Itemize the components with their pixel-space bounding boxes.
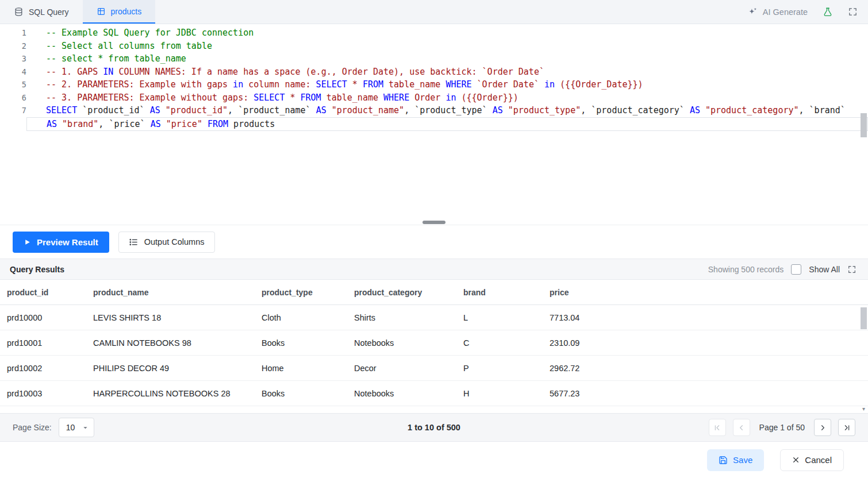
- table-cell: Shirts: [354, 313, 463, 322]
- code-line: 7SELECT `product_id` AS "product_id", `p…: [0, 104, 868, 117]
- code-line: 3-- select * from table_name: [0, 52, 868, 65]
- table-cell: HARPERCOLLINS NOTEBOOKS 28: [93, 389, 262, 398]
- line-number: [0, 117, 26, 132]
- code-lines: 1-- Example SQL Query for JDBC connectio…: [0, 26, 868, 131]
- preview-result-button[interactable]: Preview Result: [13, 232, 109, 253]
- top-tab-bar: SQL Query products AI Genera: [0, 0, 868, 24]
- save-button[interactable]: Save: [707, 449, 764, 471]
- line-number: 3: [0, 52, 26, 65]
- pagination-bar: Page Size: 10 1 to 10 of 500 Page 1 of 5…: [0, 413, 868, 441]
- show-all-checkbox[interactable]: [791, 264, 801, 275]
- play-icon: [24, 238, 31, 246]
- table-cell: L: [463, 313, 550, 322]
- line-number: 5: [0, 78, 26, 91]
- table-cell: Notebooks: [354, 338, 463, 348]
- page-nav-controls: Page 1 of 50: [709, 419, 855, 436]
- code-line: 4-- 1. GAPS IN COLUMN NAMES: If a name h…: [0, 65, 868, 79]
- results-scrollbar-thumb[interactable]: [861, 307, 867, 329]
- table-cell: 7713.04: [550, 313, 868, 322]
- database-icon: [14, 7, 24, 17]
- table-row: prd10000LEVIS SHIRTS 18ClothShirtsL7713.…: [0, 305, 868, 330]
- topbar-actions: AI Generate: [747, 0, 868, 24]
- query-results-header: Query Results Showing 500 records Show A…: [0, 259, 868, 280]
- table-cell: LEVIS SHIRTS 18: [93, 313, 262, 322]
- line-number: 7: [0, 104, 26, 117]
- table-cell: prd10001: [7, 338, 93, 348]
- table-row: prd10001CAMLIN NOTEBOOKS 98BooksNotebook…: [0, 330, 868, 356]
- table-cell: 2310.09: [550, 338, 868, 348]
- code-line: 2-- Select all columns from table: [0, 40, 868, 53]
- splitter-handle[interactable]: [423, 221, 445, 224]
- table-cell: Cloth: [262, 313, 354, 322]
- line-number: 1: [0, 26, 26, 40]
- table-cell: prd10003: [7, 389, 93, 398]
- tab-products[interactable]: products: [83, 0, 156, 24]
- table-cell: Books: [262, 389, 354, 398]
- column-header: product_category: [354, 288, 463, 297]
- column-header: product_name: [93, 288, 262, 297]
- fullscreen-icon[interactable]: [848, 7, 858, 17]
- page-size-label: Page Size:: [13, 423, 52, 432]
- column-header: product_type: [262, 288, 354, 297]
- code-line: 5-- 2. PARAMETERS: Example with gaps in …: [0, 78, 868, 91]
- prev-page-button[interactable]: [733, 419, 750, 436]
- scroll-down-arrow-icon[interactable]: ▾: [861, 406, 867, 412]
- output-columns-label: Output Columns: [144, 237, 205, 246]
- results-header-controls: Showing 500 records Show All: [708, 264, 857, 275]
- show-all-label[interactable]: Show All: [809, 265, 840, 274]
- list-icon: [129, 237, 139, 247]
- cancel-button[interactable]: Cancel: [780, 449, 844, 471]
- ai-generate-button[interactable]: AI Generate: [747, 6, 808, 17]
- sparkle-icon: [747, 6, 758, 17]
- chevron-down-icon: [82, 425, 89, 431]
- page-size-value: 10: [66, 423, 82, 432]
- code-line: 6-- 3. PARAMETERS: Example without gaps:…: [0, 91, 868, 105]
- table-cell: prd10002: [7, 364, 93, 373]
- tab-label: products: [111, 7, 142, 16]
- table-cell: PHILIPS DECOR 49: [93, 364, 262, 373]
- save-icon: [719, 456, 728, 465]
- table-cell: 5677.23: [550, 389, 868, 398]
- close-icon: [792, 456, 800, 464]
- sql-editor[interactable]: 1-- Example SQL Query for JDBC connectio…: [0, 24, 868, 225]
- ai-generate-label: AI Generate: [763, 7, 808, 17]
- table-cell: P: [463, 364, 550, 373]
- table-cell: Books: [262, 338, 354, 348]
- query-results-title: Query Results: [10, 265, 64, 274]
- beaker-icon[interactable]: [823, 7, 833, 17]
- code-line: 1-- Example SQL Query for JDBC connectio…: [0, 26, 868, 40]
- results-header-row: product_idproduct_nameproduct_typeproduc…: [0, 280, 868, 305]
- expand-results-icon[interactable]: [847, 265, 857, 274]
- first-page-button[interactable]: [709, 419, 726, 436]
- table-cell: Notebooks: [354, 389, 463, 398]
- code-line: AS "brand", `price` AS "price" FROM prod…: [0, 117, 868, 132]
- line-number: 6: [0, 91, 26, 105]
- column-header: product_id: [7, 288, 93, 297]
- footer-bar: Save Cancel: [0, 441, 868, 478]
- page-size-control: Page Size: 10: [13, 418, 94, 437]
- cancel-label: Cancel: [805, 455, 832, 465]
- tab-sql-query[interactable]: SQL Query: [0, 0, 83, 24]
- tab-label: SQL Query: [29, 7, 69, 17]
- table-cell: H: [463, 389, 550, 398]
- table-icon: [97, 7, 106, 16]
- results-table: product_idproduct_nameproduct_typeproduc…: [0, 280, 868, 413]
- line-number: 2: [0, 40, 26, 53]
- table-row: prd10002PHILIPS DECOR 49HomeDecorP2962.7…: [0, 356, 868, 381]
- page-info-label: Page 1 of 50: [757, 423, 807, 432]
- editor-actions-row: Preview Result Output Columns: [0, 225, 868, 259]
- table-cell: Decor: [354, 364, 463, 373]
- column-header: brand: [463, 288, 550, 297]
- next-page-button[interactable]: [814, 419, 831, 436]
- table-cell: CAMLIN NOTEBOOKS 98: [93, 338, 262, 348]
- column-header: price: [550, 288, 868, 297]
- output-columns-button[interactable]: Output Columns: [118, 232, 215, 253]
- results-body: prd10000LEVIS SHIRTS 18ClothShirtsL7713.…: [0, 305, 868, 406]
- line-number: 4: [0, 65, 26, 79]
- last-page-button[interactable]: [838, 419, 855, 436]
- page-size-select[interactable]: 10: [59, 418, 94, 437]
- preview-result-label: Preview Result: [37, 237, 98, 247]
- table-cell: prd10000: [7, 313, 93, 322]
- editor-scrollbar-thumb[interactable]: [861, 113, 867, 137]
- jdbc-query-window: SQL Query products AI Genera: [0, 0, 868, 478]
